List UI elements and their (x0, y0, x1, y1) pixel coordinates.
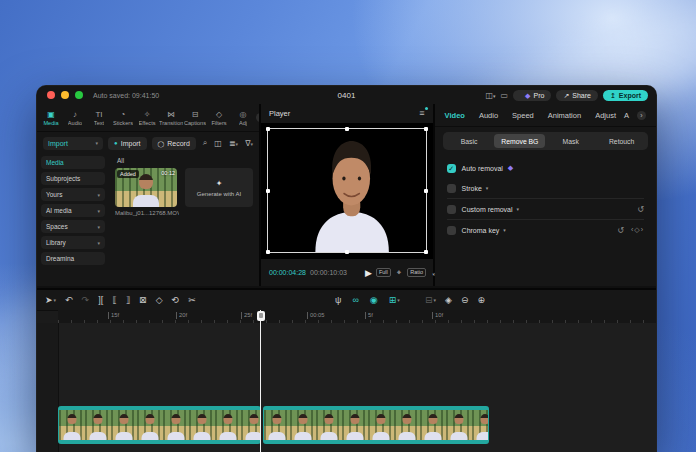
tab-adj[interactable]: ◎Adj (231, 110, 255, 126)
subtab-remove-bg[interactable]: Remove BG (494, 134, 545, 148)
sidebar-item-media[interactable]: Media (41, 156, 105, 169)
timeline-ruler[interactable]: 15f20f25f00:055f10f (58, 310, 656, 323)
checkbox-custom-removal[interactable] (447, 205, 456, 214)
resize-handle[interactable] (345, 250, 349, 254)
tab-speed[interactable]: Speed (512, 111, 534, 120)
media-item[interactable]: Added 00:12 Malibu_j01...12768.MOV (115, 168, 179, 216)
tab-video[interactable]: Video (445, 111, 465, 120)
preview-axis-icon[interactable]: ⊞▾ (389, 296, 400, 305)
pro-button[interactable]: ◆ Pro (513, 90, 551, 101)
frame-thumbnail (215, 410, 241, 440)
compact-mode-icon[interactable]: ▭ (501, 91, 509, 100)
sidebar-item-library[interactable]: Library▾ (41, 236, 105, 249)
checkbox-auto-removal[interactable]: ✓ (447, 164, 456, 173)
sort-icon[interactable]: ≣▾ (229, 139, 238, 148)
playhead[interactable] (260, 310, 261, 452)
video-selection-frame[interactable] (267, 128, 427, 253)
added-badge: Added (117, 170, 139, 178)
tab-stickers[interactable]: ◔Stickers (111, 110, 135, 126)
keyframe-icon[interactable]: ‹◇› (631, 226, 644, 234)
tab-animation[interactable]: Animation (548, 111, 581, 120)
tab-filters[interactable]: ◇Filters (207, 110, 231, 126)
layout-grid-icon[interactable]: ◫ (214, 139, 222, 148)
sidebar-item-yours[interactable]: Yours▾ (41, 188, 105, 201)
resize-handle[interactable] (266, 127, 270, 131)
tab-adjust[interactable]: Adjust (595, 111, 616, 120)
setting-row-chroma-key: Chroma key▾↺‹◇› (447, 219, 644, 240)
sidebar-item-spaces[interactable]: Spaces▾ (41, 220, 105, 233)
resize-handle[interactable] (345, 127, 349, 131)
player-menu-icon[interactable]: ≡ (419, 109, 424, 118)
zoom-out-icon[interactable]: ⊖ (461, 296, 469, 305)
tab-audio[interactable]: Audio (479, 111, 498, 120)
resize-handle[interactable] (266, 250, 270, 254)
chevron-down-icon[interactable]: ▾ (486, 185, 489, 191)
timeline-panel: ➤▾↶↷][⟦⟧⊠◇⟲✂ ψ∞◉⊞▾ ⊟▾◈⊖⊕ 15f20f25f00:055… (37, 288, 656, 452)
chevron-down-icon[interactable]: ▾ (517, 206, 520, 212)
playhead-handle[interactable] (257, 311, 265, 321)
resize-handle[interactable] (424, 189, 428, 193)
checkbox-stroke[interactable] (447, 184, 456, 193)
delete-right-icon[interactable]: ⟧ (126, 296, 130, 305)
sidebar-item-dreamina[interactable]: Dreamina (41, 252, 105, 265)
zoom-in-icon[interactable]: ⊕ (478, 296, 486, 305)
tab-captions[interactable]: ⊟Captions (183, 110, 207, 126)
loop-icon[interactable]: ⟲ (172, 296, 180, 305)
chevron-down-icon[interactable]: ▾ (503, 227, 506, 233)
play-button[interactable]: ▶ (365, 268, 372, 278)
close-window-button[interactable] (47, 91, 55, 99)
smart-edit-icon[interactable]: ✂ (188, 296, 196, 305)
video-clip-left[interactable] (58, 406, 261, 444)
subtab-basic[interactable]: Basic (444, 134, 495, 148)
frame-thumbnail (420, 410, 446, 440)
magnetic-icon[interactable]: ◉ (370, 296, 378, 305)
media-item-thumbnail[interactable]: Added 00:12 (115, 168, 177, 207)
auto-ripple-icon[interactable]: ⊟▾ (425, 296, 436, 305)
fit-icon[interactable]: ⌖ (397, 268, 402, 278)
tab-audio[interactable]: ♪Audio (63, 110, 87, 126)
tab-text[interactable]: TIText (87, 110, 111, 126)
frame-thumbnail (368, 410, 394, 440)
resize-handle[interactable] (424, 250, 428, 254)
subtab-retouch[interactable]: Retouch (596, 134, 647, 148)
search-icon[interactable]: ⌕ (203, 138, 207, 148)
checkbox-chroma-key[interactable] (447, 226, 456, 235)
resize-handle[interactable] (424, 127, 428, 131)
voiceover-mic-icon[interactable]: ψ (335, 296, 341, 305)
undo-icon[interactable]: ↶ (65, 296, 73, 305)
media-item-filename: Malibu_j01...12768.MOV (115, 210, 179, 216)
reset-icon[interactable]: ↺ (637, 205, 644, 214)
link-clips-icon[interactable]: ∞ (352, 296, 358, 305)
resize-handle[interactable] (266, 189, 270, 193)
full-preview-button[interactable]: Full (376, 268, 391, 278)
split-icon[interactable]: ][ (98, 296, 103, 305)
import-button[interactable]: ● Import (108, 137, 146, 150)
share-button[interactable]: ↗ Share (556, 90, 598, 101)
mask-icon[interactable]: ◇ (156, 296, 163, 305)
tab-transitions[interactable]: ⋈Transitions (159, 110, 183, 126)
keyframe-graph-icon[interactable]: ◈ (445, 296, 452, 305)
video-clip-right[interactable] (263, 406, 489, 444)
layout-mode-icon[interactable]: ◫▾ (485, 91, 495, 100)
ratio-button[interactable]: Ratio (407, 268, 426, 278)
zoom-window-button[interactable] (75, 91, 83, 99)
sidebar-item-subprojects[interactable]: Subprojects (41, 172, 105, 185)
settings-tabs-overflow-icon[interactable]: › (637, 111, 646, 120)
tab-media[interactable]: ▣Media (39, 110, 63, 126)
reset-icon[interactable]: ↺ (617, 226, 624, 235)
select-tool-icon[interactable]: ➤▾ (45, 296, 56, 305)
sidebar-item-ai-media[interactable]: AI media▾ (41, 204, 105, 217)
media-tabs-overflow-icon[interactable]: › (256, 113, 259, 122)
delete-icon[interactable]: ⊠ (139, 296, 147, 305)
redo-icon[interactable]: ↷ (82, 296, 90, 305)
export-button[interactable]: ↥ Export (603, 90, 648, 101)
record-button[interactable]: ◯ Record (152, 137, 196, 150)
import-dropdown[interactable]: Import ▾ (43, 137, 103, 150)
minimize-window-button[interactable] (61, 91, 69, 99)
generate-with-ai-card[interactable]: ✦ Generate with AI (185, 168, 253, 207)
delete-left-icon[interactable]: ⟦ (112, 296, 116, 305)
tab-effects[interactable]: ✧Effects (135, 110, 159, 126)
filter-icon[interactable]: ∇▾ (245, 139, 253, 148)
subtab-mask[interactable]: Mask (545, 134, 596, 148)
person-figure (139, 174, 153, 189)
